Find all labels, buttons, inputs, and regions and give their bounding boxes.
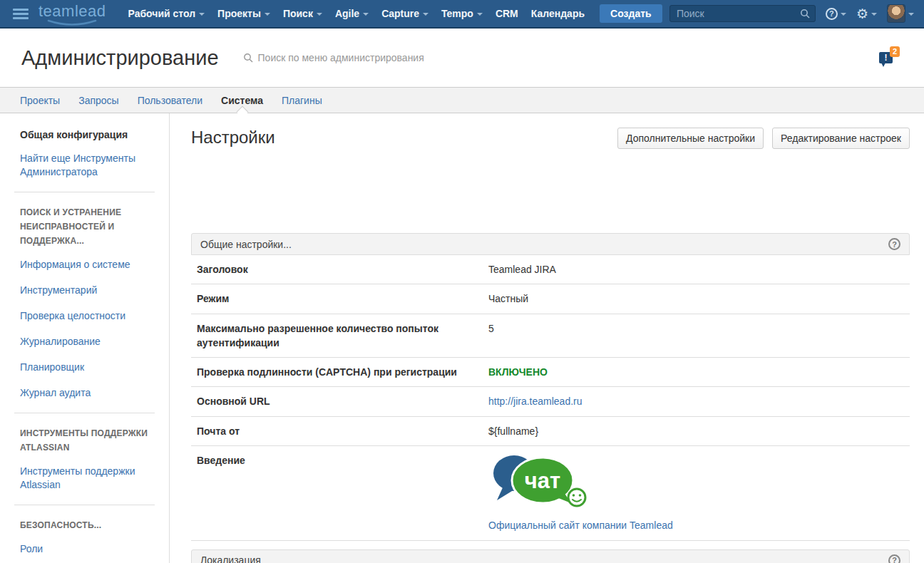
settings-row-base-url: Основной URL http://jira.teamlead.ru xyxy=(191,387,910,416)
settings-row-mode: Режим Частный xyxy=(191,284,910,314)
user-menu[interactable] xyxy=(887,4,914,23)
tab-system[interactable]: Система xyxy=(221,95,263,106)
sidebar-item-system-info[interactable]: Информация о системе xyxy=(20,258,155,272)
settings-title: Настройки xyxy=(191,128,275,148)
edit-settings-button[interactable]: Редактирование настроек xyxy=(772,128,910,149)
admin-sidebar: Общая конфигурация Найти еще Инструменты… xyxy=(0,113,170,563)
panel-general-settings-header: Общие настройки... xyxy=(191,233,910,255)
sidebar-item-integrity-checker[interactable]: Проверка целостности xyxy=(20,309,155,323)
settings-row-title: Заголовок Teamlead JIRA xyxy=(191,255,910,284)
avatar xyxy=(887,4,905,23)
chevron-down-icon xyxy=(363,13,369,16)
gear-icon xyxy=(856,7,868,21)
page-title: Администрирование xyxy=(21,46,219,70)
chevron-down-icon xyxy=(841,13,846,16)
chevron-down-icon xyxy=(477,13,483,16)
sidebar-divider xyxy=(14,413,155,413)
sidebar-heading-general-config: Общая конфигурация xyxy=(20,129,155,140)
row-label: Проверка подлинности (CAPTCHA) при регис… xyxy=(197,365,488,379)
sidebar-divider xyxy=(14,505,155,505)
sidebar-divider xyxy=(14,192,155,192)
sidebar-heading-security: БЕЗОПАСНОСТЬ... xyxy=(20,518,155,532)
sidebar-heading-atlassian-support: ИНСТРУМЕНТЫ ПОДДЕРЖКИ ATLASSIAN xyxy=(20,426,155,455)
chat-logo: чат xyxy=(488,453,594,510)
quick-search-input[interactable] xyxy=(669,5,816,22)
tab-requests[interactable]: Запросы xyxy=(78,95,118,106)
chevron-down-icon xyxy=(317,13,322,16)
chevron-down-icon xyxy=(265,13,270,16)
panel-localization-header: Локализация xyxy=(191,549,910,563)
settings-row-mail-from: Почта от ${fullname} xyxy=(191,417,910,446)
tab-users[interactable]: Пользователи xyxy=(138,95,202,106)
search-icon xyxy=(800,9,810,19)
create-button[interactable]: Создать xyxy=(600,4,662,23)
hamburger-menu-icon[interactable] xyxy=(13,9,29,19)
sidebar-item-find-admin-tools[interactable]: Найти еще Инструменты Администратора xyxy=(20,152,155,179)
nav-agile[interactable]: Agile xyxy=(329,8,375,19)
chevron-down-icon xyxy=(423,13,428,16)
help-icon[interactable] xyxy=(888,554,900,563)
nav-search-menu[interactable]: Поиск xyxy=(277,8,329,19)
tab-plugins[interactable]: Плагины xyxy=(282,95,322,106)
panel-general-settings: Общие настройки... Заголовок Teamlead JI… xyxy=(191,233,910,541)
row-value: ${fullname} xyxy=(488,424,904,438)
row-label: Режим xyxy=(197,291,488,306)
panel-title: Локализация xyxy=(200,554,261,563)
nav-capture[interactable]: Capture xyxy=(375,8,435,19)
row-label: Основной URL xyxy=(197,394,488,408)
status-badge: ВКЛЮЧЕНО xyxy=(488,365,904,379)
sidebar-item-roles[interactable]: Роли xyxy=(20,542,155,556)
row-label: Почта от xyxy=(197,424,488,438)
sidebar-item-logging[interactable]: Журналирование xyxy=(20,335,155,348)
row-value: Частный xyxy=(488,291,904,306)
admin-tabs: Проекты Запросы Пользователи Система Пла… xyxy=(0,87,924,113)
sidebar-item-instrumentation[interactable]: Инструментарий xyxy=(20,284,155,297)
help-icon xyxy=(826,8,838,20)
quick-search xyxy=(669,5,816,22)
nav-crm[interactable]: CRM xyxy=(489,8,525,19)
chevron-down-icon xyxy=(908,13,914,16)
sidebar-item-audit-log[interactable]: Журнал аудита xyxy=(20,386,155,400)
help-menu[interactable] xyxy=(826,8,846,20)
sidebar-heading-troubleshooting: ПОИСК И УСТРАНЕНИЕ НЕИСПРАВНОСТЕЙ И ПОДД… xyxy=(20,205,155,248)
help-icon[interactable] xyxy=(888,238,900,250)
admin-header: Администрирование 2 xyxy=(0,29,924,87)
admin-search xyxy=(243,52,472,63)
admin-search-input[interactable] xyxy=(258,52,472,63)
teamlead-logo-text: teamlead xyxy=(38,2,106,20)
panel-title: Общие настройки... xyxy=(200,239,292,250)
logo-smile-icon xyxy=(44,19,100,26)
base-url-link[interactable]: http://jira.teamlead.ru xyxy=(488,396,582,407)
notification-icon[interactable]: 2 xyxy=(879,52,893,63)
chevron-down-icon xyxy=(199,13,205,16)
row-label: Введение xyxy=(197,453,488,533)
notification-badge: 2 xyxy=(890,46,900,57)
settings-row-introduction: Введение чат Официальный сайт компании T… xyxy=(191,446,910,541)
row-value: Teamlead JIRA xyxy=(488,262,904,277)
advanced-settings-button[interactable]: Дополнительные настройки xyxy=(617,128,764,149)
sidebar-item-atlassian-support-tools[interactable]: Инструменты поддержки Atlassian xyxy=(20,465,155,492)
nav-dashboard[interactable]: Рабочий стол xyxy=(122,8,212,19)
nav-projects[interactable]: Проекты xyxy=(211,8,277,19)
search-icon xyxy=(243,53,253,63)
teamlead-site-link[interactable]: Официальный сайт компании Teamlead xyxy=(488,520,673,531)
settings-row-captcha: Проверка подлинности (CAPTCHA) при регис… xyxy=(191,358,910,387)
nav-calendar[interactable]: Календарь xyxy=(525,8,591,19)
top-navbar: teamlead Рабочий стол Проекты Поиск Agil… xyxy=(0,0,924,29)
sidebar-item-scheduler[interactable]: Планировщик xyxy=(20,361,155,374)
teamlead-logo[interactable]: teamlead xyxy=(38,2,106,25)
chevron-down-icon xyxy=(871,13,877,16)
main-content: Настройки Дополнительные настройки Редак… xyxy=(170,113,924,563)
admin-settings-menu[interactable] xyxy=(856,7,877,21)
row-label: Заголовок xyxy=(197,262,488,277)
row-value: 5 xyxy=(488,321,904,351)
row-label: Максимально разрешенное количество попыт… xyxy=(197,321,488,351)
tab-projects[interactable]: Проекты xyxy=(20,95,60,106)
settings-row-max-auth-attempts: Максимально разрешенное количество попыт… xyxy=(191,314,910,358)
panel-localization: Локализация Язык индексирования Русский xyxy=(191,549,910,563)
nav-tempo[interactable]: Tempo xyxy=(435,8,489,19)
chat-logo-text: чат xyxy=(525,468,560,493)
